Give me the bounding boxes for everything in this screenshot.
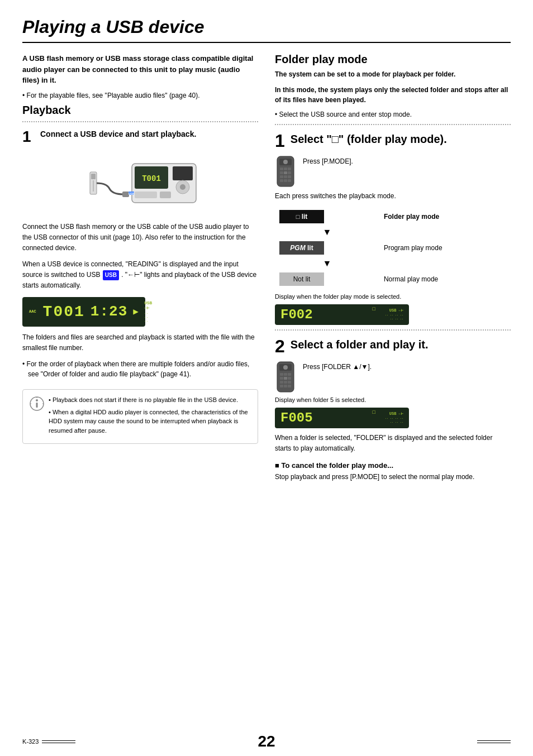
folder-step-1-row: 1 Select "□" (folder play mode). — [275, 132, 511, 150]
folder-step-1-content: Press [P.MODE]. — [275, 155, 511, 188]
folder-step-2-title: Select a folder and play it. — [291, 337, 429, 352]
svg-rect-38 — [284, 373, 287, 376]
mode-switch-caption: Each press switches the playback mode. — [275, 191, 511, 202]
footer-line-3 — [477, 740, 511, 741]
svg-point-9 — [180, 184, 185, 190]
folder-mode-desc1: The system can be set to a mode for play… — [275, 69, 511, 79]
note-1: Playback does not start if there is no p… — [49, 395, 251, 405]
svg-rect-27 — [288, 171, 291, 174]
footer-lines-right — [477, 740, 511, 743]
mode-row-folder: □ lit Folder play mode — [275, 207, 511, 226]
dotted-divider-step2 — [275, 329, 511, 331]
mode-arrow-2: ▼ — [275, 257, 511, 270]
svg-point-15 — [36, 399, 38, 401]
intro-bold: A USB flash memory or USB mass storage c… — [22, 53, 258, 86]
mode-arrow-1: ▼ — [275, 226, 511, 238]
bullet-2: For the order of playback when there are… — [22, 359, 258, 379]
svg-rect-29 — [284, 175, 287, 178]
mode-row-program: PGM lit Program play mode — [275, 238, 511, 257]
mode-table: □ lit Folder play mode ▼ PGM lit Program… — [275, 207, 511, 289]
svg-point-34 — [283, 160, 288, 164]
body-text-3: The folders and files are searched and p… — [22, 332, 258, 353]
footer-line-2 — [42, 743, 75, 743]
display-f002-info: USB ←⊢ ·· ·· ·· ·· ·· ·· ·· — [385, 308, 403, 320]
page-title: Playing a USB device — [22, 17, 511, 43]
svg-rect-25 — [280, 171, 283, 174]
mode-label-program: Program play mode — [379, 238, 511, 257]
right-column: Folder play mode The system can be set t… — [275, 53, 511, 488]
svg-rect-42 — [288, 377, 291, 380]
svg-point-49 — [283, 365, 288, 370]
display-f002: □ F002 USB ←⊢ ·· ·· ·· ·· ·· ·· ·· — [275, 304, 409, 325]
display-caption-1: Display when the folder play mode is sel… — [275, 293, 511, 300]
folder-select-bullet: Select the USB source and enter stop mod… — [275, 109, 511, 119]
left-column: A USB flash memory or USB mass storage c… — [22, 53, 258, 444]
intro-bullet: For the playable files, see "Playable au… — [22, 90, 258, 101]
press-folder-label: Press [FOLDER ▲/▼]. — [303, 363, 372, 371]
folder-step-1-number: 1 — [275, 132, 285, 150]
step-1-number: 1 — [22, 129, 35, 145]
step-1-row: 1 Connect a USB device and start playbac… — [22, 129, 258, 145]
footer-right — [477, 740, 511, 743]
svg-rect-7 — [173, 166, 193, 180]
display-f002-track: F002 — [280, 307, 313, 322]
folder-step-2-press-text: Press [FOLDER ▲/▼]. — [303, 361, 372, 371]
step-1-title: Connect a USB device and start playback. — [40, 129, 196, 140]
svg-rect-31 — [280, 179, 283, 182]
svg-rect-39 — [288, 373, 291, 376]
remote-control-icon — [275, 155, 296, 188]
page-number: 22 — [258, 733, 275, 750]
mode-label-normal: Normal play mode — [379, 270, 511, 289]
display-track: T001 — [43, 303, 85, 320]
footer-line-4 — [477, 743, 511, 743]
svg-rect-43 — [280, 381, 283, 384]
note-content: Playback does not start if there is no p… — [49, 395, 251, 438]
folder-step-2-row: 2 Select a folder and play it. — [275, 337, 511, 355]
footer-left: K-323 — [22, 738, 75, 745]
folder-step-1-title: Select "□" (folder play mode). — [291, 132, 447, 146]
dotted-divider — [22, 121, 258, 122]
svg-rect-2 — [93, 180, 94, 192]
svg-rect-23 — [284, 168, 287, 170]
folder-mode-desc2: In this mode, the system plays only the … — [275, 85, 511, 105]
svg-rect-48 — [288, 385, 291, 387]
folder-symbol: □ — [373, 307, 375, 312]
display-f005: □ F005 USB ←⊢ ·· ·· ·· ·· ·· ·· ·· — [275, 408, 409, 428]
playback-section-title: Playback — [22, 104, 258, 117]
arrow-down-1: ▼ — [275, 228, 379, 237]
note-box: Playback does not start if there is no p… — [22, 389, 258, 444]
cancel-section: To cancel the folder play mode... Stop p… — [275, 461, 511, 482]
folder-body-text: When a folder is selected, "FOLDER" is d… — [275, 433, 511, 454]
footer-code: K-323 — [22, 738, 39, 745]
body-text-1: Connect the USB flash memory or the USB … — [22, 222, 258, 254]
playback-display: AAC T001 1:23 ▶ USB ←⊢ ·· ·· ·· — [22, 297, 145, 327]
svg-rect-10 — [135, 192, 157, 198]
display-f005-track: F005 — [280, 410, 313, 425]
mode-row-normal: Not lit Normal play mode — [275, 270, 511, 289]
arrow-down-2: ▼ — [275, 259, 379, 268]
svg-rect-24 — [288, 168, 291, 170]
device-illustration: T001 USB — [79, 152, 202, 214]
display-time: 1:23 — [91, 303, 127, 320]
svg-rect-40 — [280, 377, 283, 380]
svg-text:USB: USB — [129, 192, 135, 195]
svg-rect-1 — [91, 174, 96, 179]
svg-rect-22 — [280, 168, 283, 170]
display-f005-info: USB ←⊢ ·· ·· ·· ·· ·· ·· ·· — [385, 412, 403, 424]
display-small-info: USB ←⊢ ·· ·· ·· — [144, 300, 152, 323]
mode-box-program: PGM lit — [279, 241, 324, 255]
mode-label-folder: Folder play mode — [379, 207, 511, 226]
note-icon — [30, 396, 44, 438]
folder-step-2-content: Press [FOLDER ▲/▼]. — [275, 361, 511, 393]
mode-box-folder: □ lit — [279, 210, 324, 223]
svg-rect-44 — [284, 381, 287, 384]
mode-box-normal: Not lit — [279, 272, 324, 286]
folder-step-1-press: Press [P.MODE]. — [303, 155, 353, 165]
display-caption-2: Display when folder 5 is selected. — [275, 396, 511, 403]
body-text-2: When a USB device is connected, "READING… — [22, 259, 258, 291]
svg-rect-16 — [36, 403, 38, 408]
note-2: When a digital HDD audio player is conne… — [49, 408, 251, 436]
svg-rect-32 — [284, 179, 287, 182]
svg-rect-26 — [284, 171, 287, 174]
svg-rect-28 — [280, 175, 283, 178]
